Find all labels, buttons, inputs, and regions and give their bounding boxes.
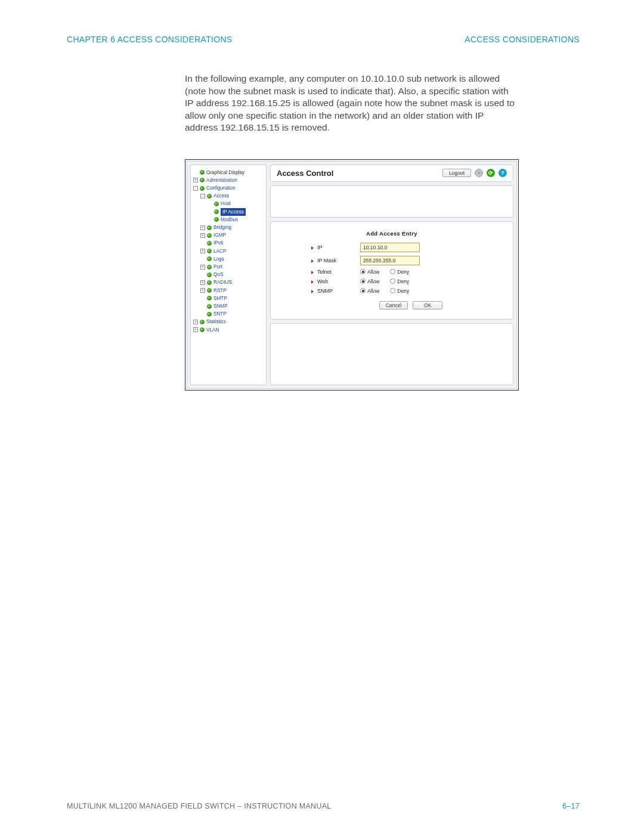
radio-icon <box>360 288 366 293</box>
node-icon <box>207 249 212 253</box>
radio-label: Allow <box>367 288 379 294</box>
tree-item[interactable]: SNMP <box>200 302 264 310</box>
save-icon[interactable]: ▫ <box>475 169 483 177</box>
cancel-button[interactable]: Cancel <box>379 301 408 309</box>
spacer-icon <box>193 170 198 175</box>
tree-item[interactable]: +Administration <box>193 176 264 184</box>
node-icon <box>207 312 212 317</box>
tree-item[interactable]: Graphical Display <box>193 169 264 176</box>
spacer-icon <box>208 217 212 222</box>
tree-item[interactable]: IPv6 <box>200 239 264 247</box>
tree-item-label[interactable]: Modbus <box>221 216 238 224</box>
tree-item[interactable]: +RADIUS <box>200 278 264 286</box>
deny-radio[interactable]: Deny <box>390 278 409 284</box>
node-icon <box>214 209 219 214</box>
node-icon <box>200 320 205 324</box>
node-icon <box>207 272 212 277</box>
expand-icon[interactable]: + <box>200 249 205 253</box>
radio-label: Allow <box>367 278 379 284</box>
protocol-label: SNMP <box>289 288 360 294</box>
tree-item[interactable]: Logs <box>200 255 264 263</box>
tree-item-label[interactable]: Administration <box>206 176 237 184</box>
tree-item[interactable]: +VLAN <box>193 326 264 334</box>
protocol-label: Telnet <box>289 269 360 275</box>
tree-item[interactable]: -Configuration <box>193 184 264 192</box>
tree-item-label[interactable]: SNTP <box>213 310 227 318</box>
tree-item[interactable]: -Access <box>200 192 264 200</box>
expand-icon[interactable]: + <box>200 280 205 285</box>
expand-icon[interactable]: + <box>200 225 205 230</box>
tree-item-label[interactable]: Statistics <box>206 318 226 326</box>
tree-item-label[interactable]: IP Access <box>221 208 246 216</box>
tree-item-label[interactable]: Access <box>213 192 229 200</box>
collapse-icon[interactable]: - <box>193 186 198 191</box>
expand-icon[interactable]: + <box>200 233 205 238</box>
page-title: Access Control <box>277 169 333 178</box>
ip-mask-input[interactable] <box>360 256 420 265</box>
expand-icon[interactable]: + <box>193 178 198 182</box>
tree-item-label[interactable]: Configuration <box>206 184 236 192</box>
tree-item[interactable]: Host <box>208 200 264 208</box>
logout-button[interactable]: Logout <box>442 169 471 177</box>
radio-label: Deny <box>397 269 409 275</box>
tree-item[interactable]: +Port <box>200 263 264 271</box>
footer-left: MULTILINK ML1200 MANAGED FIELD SWITCH – … <box>67 802 332 810</box>
tree-item[interactable]: IP Access <box>208 208 264 216</box>
radio-icon <box>390 288 395 293</box>
node-icon <box>207 233 212 238</box>
tree-item-label[interactable]: IPv6 <box>213 239 223 247</box>
tree-item[interactable]: SMTP <box>200 295 264 302</box>
expand-icon[interactable]: + <box>193 327 198 332</box>
tree-item-label[interactable]: SMTP <box>213 295 227 302</box>
spacer-icon <box>200 296 205 301</box>
tree-item-label[interactable]: Logs <box>213 255 224 263</box>
expand-icon[interactable]: + <box>193 320 198 324</box>
allow-radio[interactable]: Allow <box>360 269 379 275</box>
tree-item[interactable]: SNTP <box>200 310 264 318</box>
embedded-screenshot: Graphical Display+Administration-Configu… <box>185 159 519 391</box>
tree-item-label[interactable]: RADIUS <box>213 278 232 286</box>
tree-item[interactable]: +Statistics <box>193 318 264 326</box>
tree-item[interactable]: QoS <box>200 271 264 278</box>
spacer-icon <box>208 209 212 214</box>
allow-radio[interactable]: Allow <box>360 288 379 294</box>
refresh-icon[interactable]: ⟳ <box>487 169 495 177</box>
tree-item-label[interactable]: QoS <box>213 271 223 278</box>
page-header: CHAPTER 6 ACCESS CONSIDERATIONS ACCESS C… <box>67 35 580 44</box>
tree-item[interactable]: Modbus <box>208 216 264 224</box>
expand-icon[interactable]: + <box>200 265 205 270</box>
tree-item-label[interactable]: IGMP <box>213 231 226 239</box>
expand-icon[interactable]: + <box>200 288 205 293</box>
node-icon <box>200 186 205 191</box>
node-icon <box>207 304 212 309</box>
main-area: Access Control Logout ▫ ⟳ ? Add Access E… <box>270 165 513 385</box>
tree-item-label[interactable]: Host <box>221 200 231 208</box>
ok-button[interactable]: OK <box>413 301 442 309</box>
collapse-icon[interactable]: - <box>200 194 205 199</box>
tree-item-label[interactable]: Port <box>213 263 222 271</box>
help-icon[interactable]: ? <box>499 169 507 177</box>
tree-item[interactable]: +IGMP <box>200 231 264 239</box>
node-icon <box>207 194 212 199</box>
body-paragraph: In the following example, any computer o… <box>185 73 519 134</box>
radio-label: Allow <box>367 269 379 275</box>
page-footer: MULTILINK ML1200 MANAGED FIELD SWITCH – … <box>67 802 580 810</box>
ip-input[interactable] <box>360 243 420 252</box>
deny-radio[interactable]: Deny <box>390 269 409 275</box>
spacer-panel <box>270 185 513 218</box>
tree-item-label[interactable]: VLAN <box>206 326 219 334</box>
tree-item[interactable]: +RSTP <box>200 287 264 295</box>
tree-item-label[interactable]: Graphical Display <box>206 169 244 176</box>
allow-radio[interactable]: Allow <box>360 278 379 284</box>
tree-item-label[interactable]: Bridging <box>213 224 231 231</box>
spacer-icon <box>200 241 205 246</box>
tree-item-label[interactable]: LACP <box>213 247 226 255</box>
radio-label: Deny <box>397 288 409 294</box>
tree-item-label[interactable]: RSTP <box>213 287 227 295</box>
title-panel: Access Control Logout ▫ ⟳ ? <box>270 165 513 182</box>
tree-item[interactable]: +Bridging <box>200 224 264 231</box>
node-icon <box>214 202 219 206</box>
tree-item[interactable]: +LACP <box>200 247 264 255</box>
deny-radio[interactable]: Deny <box>390 288 409 294</box>
tree-item-label[interactable]: SNMP <box>213 302 228 310</box>
